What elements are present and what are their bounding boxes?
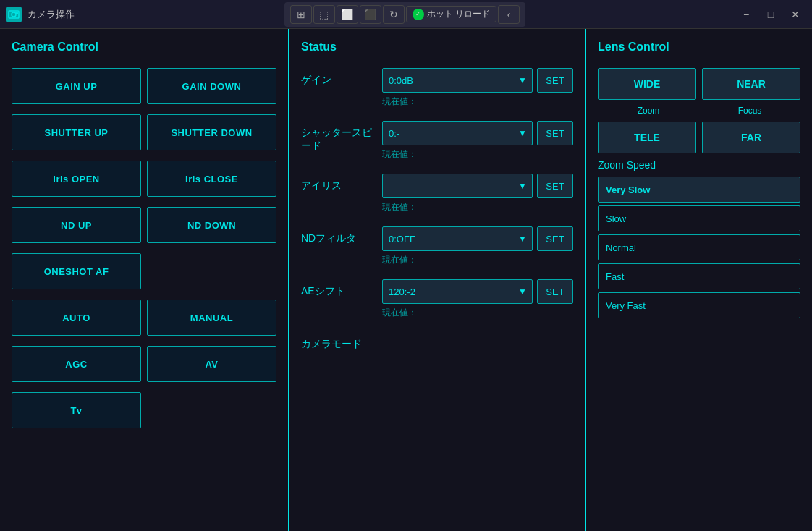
speed-fast-button[interactable]: Fast bbox=[598, 263, 800, 289]
iris-dropdown[interactable] bbox=[382, 174, 533, 198]
toolbar-btn-1[interactable]: ⊞ bbox=[290, 5, 312, 24]
iris-controls: ▼ SET 現在値： bbox=[382, 174, 573, 213]
shutter-down-button[interactable]: SHUTTER DOWN bbox=[147, 114, 276, 150]
speed-normal-button[interactable]: Normal bbox=[598, 234, 800, 260]
titlebar: カメラ操作 ⊞ ⬚ ⬜ ⬛ ↻ ✓ ホット リロード ‹ − □ ✕ bbox=[0, 0, 812, 29]
auto-manual-row: AUTO MANUAL bbox=[12, 300, 276, 336]
shutter-up-button[interactable]: SHUTTER UP bbox=[12, 114, 141, 150]
gain-status-row: ゲイン 0:0dB ▼ SET 現在値： bbox=[301, 68, 573, 108]
svg-rect-2 bbox=[16, 12, 18, 14]
iris-label: アイリス bbox=[301, 174, 373, 192]
tv-row: Tv bbox=[12, 392, 276, 428]
zoom-label: Zoom bbox=[598, 106, 699, 116]
ae-control-row: 120:-2 ▼ SET bbox=[382, 279, 573, 304]
tv-button[interactable]: Tv bbox=[12, 392, 141, 428]
camera-mode-label: カメラモード bbox=[301, 332, 373, 351]
gain-dropdown[interactable]: 0:0dB bbox=[382, 68, 533, 93]
gain-up-button[interactable]: GAIN UP bbox=[12, 68, 141, 104]
shutter-controls: 0:- ▼ SET 現在値： bbox=[382, 121, 573, 161]
nd-dropdown[interactable]: 0:OFF bbox=[382, 226, 533, 251]
hot-reload-label: ホット リロード bbox=[427, 8, 490, 20]
iris-open-button[interactable]: Iris OPEN bbox=[12, 161, 141, 197]
iris-set-button[interactable]: SET bbox=[537, 174, 573, 198]
ae-current-val: 現在値： bbox=[382, 307, 573, 319]
maximize-button[interactable]: □ bbox=[760, 6, 782, 23]
gain-dropdown-wrapper: 0:0dB ▼ bbox=[382, 68, 533, 93]
ae-dropdown-wrapper: 120:-2 ▼ bbox=[382, 279, 533, 304]
gain-controls: 0:0dB ▼ SET 現在値： bbox=[382, 68, 573, 108]
shutter-dropdown[interactable]: 0:- bbox=[382, 121, 533, 145]
ae-label: AEシフト bbox=[301, 279, 373, 298]
camera-mode-status-row: カメラモード bbox=[301, 332, 573, 351]
gain-label: ゲイン bbox=[301, 68, 373, 87]
gain-control-row: 0:0dB ▼ SET bbox=[382, 68, 573, 93]
lens-labels: Zoom Focus bbox=[598, 106, 800, 116]
iris-close-button[interactable]: Iris CLOSE bbox=[147, 161, 276, 197]
toolbar-btn-5[interactable]: ↻ bbox=[383, 5, 405, 24]
svg-point-1 bbox=[12, 12, 16, 17]
oneshot-af-button[interactable]: ONESHOT AF bbox=[12, 253, 141, 289]
nd-label: NDフィルタ bbox=[301, 226, 373, 245]
wide-button[interactable]: WIDE bbox=[598, 68, 696, 100]
shutter-set-button[interactable]: SET bbox=[537, 121, 573, 145]
ae-set-button[interactable]: SET bbox=[537, 279, 573, 304]
window-controls: − □ ✕ bbox=[735, 6, 806, 23]
gain-row: GAIN UP GAIN DOWN bbox=[12, 68, 276, 104]
gain-down-button[interactable]: GAIN DOWN bbox=[147, 68, 276, 104]
nd-controls: 0:OFF ▼ SET 現在値： bbox=[382, 226, 573, 266]
nd-control-row: 0:OFF ▼ SET bbox=[382, 226, 573, 251]
shutter-row: SHUTTER UP SHUTTER DOWN bbox=[12, 114, 276, 150]
iris-row: Iris OPEN Iris CLOSE bbox=[12, 161, 276, 197]
shutter-status-row: シャッタースピード 0:- ▼ SET 現在値： bbox=[301, 121, 573, 161]
ae-status-row: AEシフト 120:-2 ▼ SET 現在値： bbox=[301, 279, 573, 319]
app-title: カメラ操作 bbox=[28, 8, 75, 21]
speed-slow-button[interactable]: Slow bbox=[598, 205, 800, 231]
lens-control-panel: Lens Control WIDE NEAR Zoom Focus TELE F… bbox=[586, 29, 812, 531]
app-icon bbox=[6, 7, 22, 22]
gain-set-button[interactable]: SET bbox=[537, 68, 573, 93]
lens-bottom-buttons: TELE FAR bbox=[598, 122, 800, 153]
near-button[interactable]: NEAR bbox=[702, 68, 800, 100]
nd-row: ND UP ND DOWN bbox=[12, 207, 276, 243]
manual-button[interactable]: MANUAL bbox=[147, 300, 276, 336]
zoom-speed-title: Zoom Speed bbox=[598, 159, 800, 171]
iris-dropdown-wrapper: ▼ bbox=[382, 174, 533, 198]
shutter-label: シャッタースピード bbox=[301, 121, 373, 153]
nd-down-button[interactable]: ND DOWN bbox=[147, 207, 276, 243]
lens-top-buttons: WIDE NEAR bbox=[598, 68, 800, 100]
speed-very-fast-button[interactable]: Very Fast bbox=[598, 292, 800, 318]
shutter-control-row: 0:- ▼ SET bbox=[382, 121, 573, 145]
toolbar-btn-3[interactable]: ⬜ bbox=[337, 5, 358, 24]
toolbar-btn-2[interactable]: ⬚ bbox=[313, 5, 335, 24]
toolbar-arrow-btn[interactable]: ‹ bbox=[498, 5, 520, 24]
far-button[interactable]: FAR bbox=[702, 122, 800, 153]
nd-set-button[interactable]: SET bbox=[537, 226, 573, 251]
av-button[interactable]: AV bbox=[147, 346, 276, 382]
minimize-button[interactable]: − bbox=[735, 6, 757, 23]
camera-control-title: Camera Control bbox=[12, 41, 276, 54]
focus-label: Focus bbox=[699, 106, 800, 116]
main-content: Camera Control GAIN UP GAIN DOWN SHUTTER… bbox=[0, 29, 812, 531]
status-panel: Status ゲイン 0:0dB ▼ SET 現在値： シャッタースピード bbox=[289, 29, 586, 531]
nd-status-row: NDフィルタ 0:OFF ▼ SET 現在値： bbox=[301, 226, 573, 266]
hot-reload-icon: ✓ bbox=[413, 9, 424, 20]
titlebar-left: カメラ操作 bbox=[6, 7, 75, 22]
agc-button[interactable]: AGC bbox=[12, 346, 141, 382]
speed-very-slow-button[interactable]: Very Slow bbox=[598, 177, 800, 203]
nd-up-button[interactable]: ND UP bbox=[12, 207, 141, 243]
status-title: Status bbox=[301, 41, 573, 54]
toolbar-btn-4[interactable]: ⬛ bbox=[360, 5, 381, 24]
auto-button[interactable]: AUTO bbox=[12, 300, 141, 336]
hot-reload-button[interactable]: ✓ ホット リロード bbox=[406, 6, 496, 22]
nd-current-val: 現在値： bbox=[382, 254, 573, 266]
ae-controls: 120:-2 ▼ SET 現在値： bbox=[382, 279, 573, 319]
tele-button[interactable]: TELE bbox=[598, 122, 696, 153]
nd-dropdown-wrapper: 0:OFF ▼ bbox=[382, 226, 533, 251]
close-button[interactable]: ✕ bbox=[784, 6, 806, 23]
shutter-current-val: 現在値： bbox=[382, 148, 573, 161]
toolbar: ⊞ ⬚ ⬜ ⬛ ↻ ✓ ホット リロード ‹ bbox=[284, 2, 525, 27]
shutter-dropdown-wrapper: 0:- ▼ bbox=[382, 121, 533, 145]
ae-dropdown[interactable]: 120:-2 bbox=[382, 279, 533, 304]
gain-current-val: 現在値： bbox=[382, 95, 573, 108]
iris-control-row: ▼ SET bbox=[382, 174, 573, 198]
